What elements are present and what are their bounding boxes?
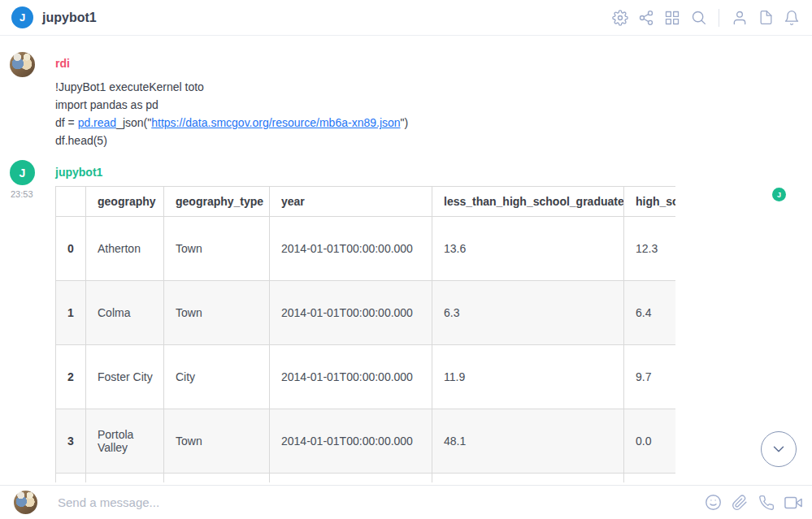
- channel-title: jupybot1: [42, 11, 97, 25]
- search-button[interactable]: [689, 9, 707, 27]
- message-line: df = pd.read_json("https://data.smcgov.o…: [55, 114, 812, 132]
- table-cell: 2014-01-01T00:00:00.000: [270, 281, 432, 345]
- table-cell: 0: [56, 217, 86, 281]
- table-row: 2 Foster City City 2014-01-01T00:00:00.0…: [56, 345, 676, 409]
- table-cell: Foster City: [86, 345, 164, 409]
- table-cell: [624, 474, 676, 483]
- composer-actions: [704, 494, 802, 512]
- chevron-down-icon: [770, 440, 788, 458]
- table-cell: Atherton: [86, 217, 164, 281]
- message-timestamp: 23:53: [11, 189, 33, 199]
- share-icon: [638, 10, 654, 26]
- table-cell: Town: [164, 409, 270, 474]
- user-avatar-rdi[interactable]: [10, 52, 35, 77]
- grid-icon: [664, 10, 680, 26]
- table-cell: 2: [56, 345, 86, 409]
- table-header-less-than-hs: less_than_high_school_graduate: [432, 187, 624, 217]
- table-cell: [270, 474, 432, 483]
- message-body: rdi !JupyBot1 executeKernel toto import …: [55, 52, 812, 149]
- bot-avatar-letter[interactable]: J: [10, 160, 35, 185]
- username-jupybot1[interactable]: jupybot1: [55, 166, 102, 179]
- table-header-index: [56, 187, 86, 217]
- paperclip-icon: [732, 495, 748, 511]
- table-cell: 2014-01-01T00:00:00.000: [270, 345, 432, 409]
- notifications-button[interactable]: [783, 9, 801, 27]
- video-call-button[interactable]: [784, 494, 802, 512]
- table-cell: Town: [164, 281, 270, 345]
- message-text: !JupyBot1 executeKernel toto import pand…: [55, 78, 812, 149]
- table-header-row: geography geography_type year less_than_…: [56, 187, 676, 217]
- table-header-geography: geography: [86, 187, 164, 217]
- table-cell: 6.3: [432, 281, 624, 345]
- smiley-icon: [705, 494, 722, 511]
- search-icon: [690, 9, 707, 26]
- channel-avatar[interactable]: J: [11, 6, 33, 28]
- message-input[interactable]: [58, 495, 704, 509]
- username-rdi[interactable]: rdi: [55, 57, 70, 71]
- file-icon: [758, 10, 774, 25]
- table-header-high-school: high_sc: [624, 187, 676, 217]
- files-button[interactable]: [757, 9, 775, 27]
- share-button[interactable]: [637, 9, 655, 27]
- dataset-url-link[interactable]: https://data.smcgov.org/resource/mb6a-xn…: [151, 116, 400, 129]
- settings-button[interactable]: [611, 9, 629, 27]
- message-line: !JupyBot1 executeKernel toto: [55, 78, 812, 96]
- message-list: rdi !JupyBot1 executeKernel toto import …: [0, 37, 812, 485]
- table-cell: [86, 474, 164, 483]
- table-cell: 48.1: [432, 409, 624, 474]
- message-body: jupybot1 geography geography_type: [55, 160, 812, 482]
- table-cell: 11.9: [432, 345, 624, 409]
- dataframe-table: geography geography_type year less_than_…: [55, 186, 675, 482]
- table-row-partial: [56, 474, 676, 483]
- table-cell: Town: [164, 217, 270, 281]
- table-cell: 6.4: [624, 281, 676, 345]
- message-jupybot1: J 23:53 jupybot1 geography: [0, 160, 812, 482]
- header-divider: [719, 9, 719, 27]
- pd-read-link[interactable]: pd.read: [78, 116, 116, 129]
- video-camera-icon: [784, 494, 802, 512]
- apps-button[interactable]: [663, 9, 681, 27]
- table-row: 0 Atherton Town 2014-01-01T00:00:00.000 …: [56, 217, 676, 281]
- chat-window: J jupybot1: [0, 0, 812, 519]
- channel-header: J jupybot1: [0, 0, 812, 36]
- code-text: "): [401, 116, 409, 129]
- table-cell: 0.0: [624, 409, 676, 474]
- phone-icon: [758, 495, 775, 511]
- message-line: df.head(5): [55, 132, 812, 149]
- table-row: 3 Portola Valley Town 2014-01-01T00:00:0…: [56, 409, 676, 474]
- table-cell: [432, 474, 624, 483]
- table-cell: Portola Valley: [86, 409, 164, 474]
- table-cell: Colma: [86, 281, 164, 345]
- avatar-letter: J: [20, 167, 26, 179]
- table-cell: 9.7: [624, 345, 676, 409]
- message-rdi: rdi !JupyBot1 executeKernel toto import …: [0, 52, 812, 149]
- code-text: df =: [55, 116, 78, 129]
- members-button[interactable]: [731, 9, 749, 27]
- audio-call-button[interactable]: [758, 494, 775, 512]
- code-text: _json(": [116, 116, 151, 129]
- table-cell: 13.6: [432, 217, 624, 281]
- read-receipt-badge: J: [772, 188, 786, 201]
- attach-file-button[interactable]: [731, 494, 749, 512]
- table-header-year: year: [270, 187, 432, 217]
- table-cell: 2014-01-01T00:00:00.000: [270, 217, 432, 281]
- table-cell: 2014-01-01T00:00:00.000: [270, 409, 432, 474]
- table-cell: City: [164, 345, 270, 409]
- gear-icon: [612, 10, 628, 26]
- jump-to-bottom-button[interactable]: [761, 431, 797, 467]
- header-actions: [611, 9, 801, 27]
- table-row: 1 Colma Town 2014-01-01T00:00:00.000 6.3…: [56, 281, 676, 345]
- message-line: import pandas as pd: [55, 96, 812, 114]
- bell-icon: [784, 10, 800, 26]
- table-cell: [56, 474, 86, 483]
- table-cell: 12.3: [624, 217, 676, 281]
- table-header-geography-type: geography_type: [164, 187, 270, 217]
- table-cell: 1: [56, 281, 86, 345]
- message-composer: [0, 485, 812, 519]
- user-icon: [732, 10, 748, 26]
- table-cell: 3: [56, 409, 86, 474]
- table-cell: [164, 474, 270, 483]
- emoji-button[interactable]: [704, 494, 722, 512]
- dataframe-table-container: geography geography_type year less_than_…: [55, 186, 675, 482]
- current-user-avatar[interactable]: [14, 491, 37, 514]
